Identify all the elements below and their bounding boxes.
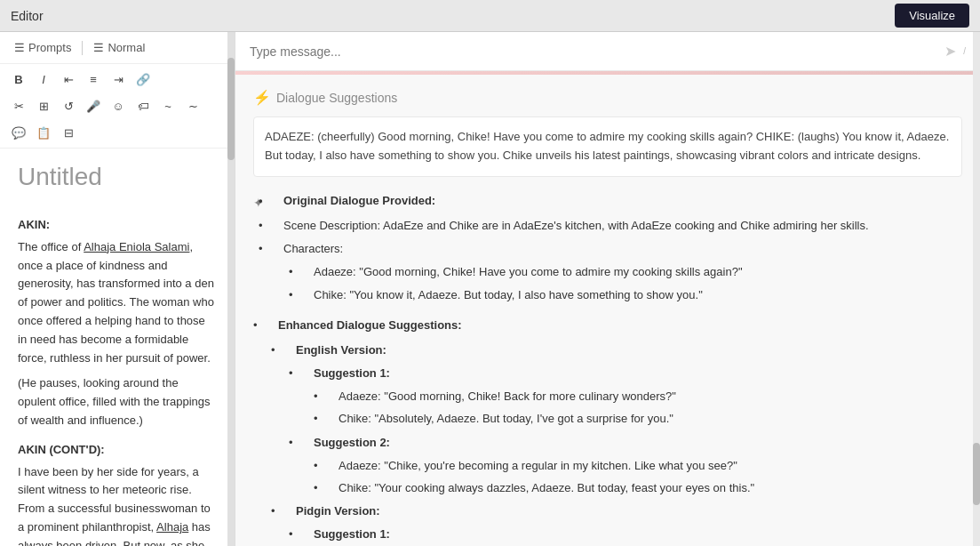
original-header: Original Dialogue Provided: xyxy=(283,194,435,207)
character-akin: AKIN: xyxy=(18,216,217,235)
bold-button[interactable]: B xyxy=(7,68,30,91)
s1-chike: Chike: "Absolutely, Adaeze. But today, I… xyxy=(339,412,673,425)
dialogue-suggestions-header: ⚡ Dialogue Suggestions xyxy=(253,89,962,106)
normal-icon: ☰ xyxy=(93,41,104,54)
comment-button[interactable]: 💬 xyxy=(7,121,30,144)
send-button[interactable]: ➤ xyxy=(944,43,956,60)
enhanced-header: Enhanced Dialogue Suggestions: xyxy=(278,318,462,332)
pidgin-version: Pidgin Version: xyxy=(296,504,380,518)
preview-text: ADAEZE: (cheerfully) Good morning, Chike… xyxy=(253,116,962,177)
english-version: English Version: xyxy=(296,343,386,357)
strikethrough-button[interactable]: ~ xyxy=(156,94,179,117)
s2-adaeze: Adaeze: "Chike, you're becoming a regula… xyxy=(339,459,737,472)
mic-button[interactable]: 🎤 xyxy=(82,94,105,117)
dialogue-suggestions-label: Dialogue Suggestions xyxy=(276,91,397,105)
suggestion2-label: Suggestion 2: xyxy=(314,436,390,449)
right-scroll-thumb xyxy=(973,443,980,504)
normal-label: Normal xyxy=(108,41,145,54)
prompts-button[interactable]: ☰ Prompts xyxy=(11,39,75,56)
dialogue-icon: ⚡ xyxy=(253,89,271,106)
akin-para-2: (He pauses, looking around the opulent o… xyxy=(18,374,217,430)
note-button[interactable]: 📋 xyxy=(32,121,55,144)
undo-button[interactable]: ↺ xyxy=(57,94,80,117)
character-akin-contd: AKIN (CONT'D): xyxy=(18,441,217,460)
table-button[interactable]: ⊟ xyxy=(57,121,80,144)
send-icon-small: / xyxy=(963,46,966,56)
suggestions-area[interactable]: ⚡ Dialogue Suggestions ADAEZE: (cheerful… xyxy=(235,75,980,546)
prompts-label: Prompts xyxy=(28,41,71,54)
scene-description: Scene Description: AdaEze and Chike are … xyxy=(283,219,869,232)
suggestion1-label: Suggestion 1: xyxy=(314,366,390,380)
grid-button[interactable]: ⊞ xyxy=(32,94,55,117)
s1-adaeze: Adaeze: "Good morning, Chike! Back for m… xyxy=(339,389,676,403)
toolbar-divider xyxy=(82,41,83,55)
cut-button[interactable]: ✂ xyxy=(7,94,30,117)
more-button[interactable]: ∼ xyxy=(181,94,204,117)
message-input[interactable] xyxy=(250,44,937,59)
chike-char: Chike: "You know it, Adaeze. But today, … xyxy=(314,288,703,301)
left-scrollbar[interactable] xyxy=(227,32,235,546)
link-button[interactable]: 🔗 xyxy=(131,68,155,91)
pidgin-suggestion1-label: Suggestion 1: xyxy=(314,527,390,541)
left-scroll-thumb xyxy=(227,58,235,161)
align-center-button[interactable]: ≡ xyxy=(82,68,105,91)
prompts-icon: ☰ xyxy=(14,41,25,54)
italic-button[interactable]: I xyxy=(32,68,55,91)
visualize-button[interactable]: Visualize xyxy=(895,4,969,28)
right-scrollbar[interactable] xyxy=(973,32,980,546)
characters-label: Characters: xyxy=(283,242,343,255)
normal-button[interactable]: ☰ Normal xyxy=(90,39,148,56)
message-input-area: ➤ / xyxy=(235,32,980,71)
suggestions-content: ✦ Original Dialogue Provided: Scene Desc… xyxy=(253,191,962,546)
document-content: AKIN: The office of Alhaja Eniola Salami… xyxy=(0,198,235,546)
emoji-button[interactable]: ☺ xyxy=(107,94,130,117)
akin-para-1: The office of Alhaja Eniola Salami, once… xyxy=(18,238,217,368)
akin-para-3: I have been by her side for years, a sil… xyxy=(18,463,217,546)
align-right-button[interactable]: ⇥ xyxy=(107,68,130,91)
tag-button[interactable]: 🏷 xyxy=(131,94,155,117)
adaeze-char: Adaeze: "Good morning, Chike! Have you c… xyxy=(314,265,743,278)
app-title: Editor xyxy=(11,9,44,23)
s2-chike: Chike: "Your cooking always dazzles, Ada… xyxy=(339,481,754,494)
align-left-button[interactable]: ⇤ xyxy=(57,68,80,91)
document-title: Untitled xyxy=(0,149,235,198)
